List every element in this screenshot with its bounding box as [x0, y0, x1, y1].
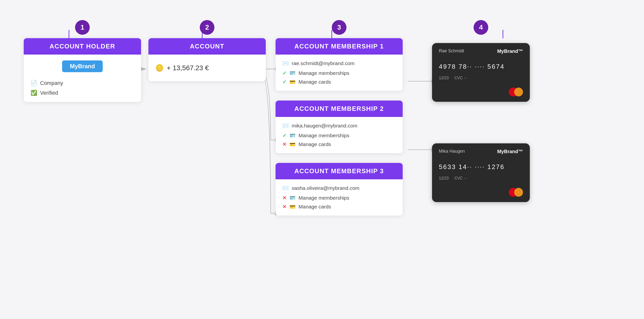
card-2-number: 5633 14·· ···· 1276	[439, 163, 523, 171]
step-3-number: 3	[332, 20, 346, 35]
cross-3a-icon: ✕	[282, 195, 286, 201]
membership-2-manage-memberships-label: Manage memberships	[298, 133, 350, 138]
mastercard-2-logo	[509, 188, 523, 197]
card-icon-3a: 🪪	[290, 195, 296, 201]
balance-row: 🪙 + 13,567.23 €	[155, 61, 259, 75]
membership-1-email-row: ✉️ rae.schmidt@mybrand.com	[282, 61, 396, 66]
card-1-number: 4978 78·· ···· 5674	[439, 63, 523, 71]
company-row: 📄 Company	[30, 80, 134, 86]
card-2-brand: MyBrand™	[497, 149, 523, 154]
membership-2-email-row: ✉️ mika.haugen@mybrand.com	[282, 123, 396, 129]
membership-3-title: ACCOUNT MEMBERSHIP 3	[276, 163, 403, 179]
card-1-brand: MyBrand™	[497, 49, 523, 54]
envelope-3-icon: ✉️	[282, 185, 289, 191]
step-1-number: 1	[75, 20, 90, 35]
mybrand-badge: MyBrand	[62, 61, 103, 72]
card-2-holder: Mika Haugen	[439, 149, 465, 154]
balance-value: + 13,567.23 €	[167, 64, 209, 72]
card-1-expiry: 12/23	[439, 76, 449, 80]
membership-3-card: ACCOUNT MEMBERSHIP 3 ✉️ sasha.oliveira@m…	[276, 163, 403, 215]
membership-1-title: ACCOUNT MEMBERSHIP 1	[276, 38, 403, 55]
membership-2-email: mika.haugen@mybrand.com	[292, 123, 358, 129]
membership-3-body: ✉️ sasha.oliveira@mybrand.com ✕ 🪪 Manage…	[276, 179, 403, 215]
company-label: Company	[40, 80, 63, 86]
mc-right-1	[514, 88, 523, 96]
card-2-footer: 12/23 CVC ···	[439, 176, 523, 181]
card-icon-2a: 🪪	[290, 133, 296, 138]
membership-2-body: ✉️ mika.haugen@mybrand.com ✓ 🪪 Manage me…	[276, 117, 403, 153]
cross-2b-icon: ✕	[282, 141, 286, 147]
membership-3-email-row: ✉️ sasha.oliveira@mybrand.com	[282, 185, 396, 191]
membership-1-email: rae.schmidt@mybrand.com	[292, 61, 354, 66]
coins-icon: 🪙	[155, 64, 164, 72]
membership-2-card: ACCOUNT MEMBERSHIP 2 ✉️ mika.haugen@mybr…	[276, 101, 403, 153]
document-icon: 📄	[30, 80, 37, 86]
step-4-number: 4	[474, 20, 488, 35]
membership-1-manage-cards-row: ✓ 💳 Manage cards	[282, 79, 396, 85]
account-holder-column: 1 ACCOUNT HOLDER MyBrand 📄 Company ✅ Ver…	[24, 20, 141, 102]
card-icon-1a: 🪪	[290, 70, 296, 76]
membership-3-permissions: ✕ 🪪 Manage memberships ✕ 💳 Manage cards	[282, 195, 396, 210]
membership-1-body: ✉️ rae.schmidt@mybrand.com ✓ 🪪 Manage me…	[276, 55, 403, 91]
cross-3b-icon: ✕	[282, 204, 286, 210]
verified-label: Verified	[40, 90, 58, 96]
membership-3-manage-cards-label: Manage cards	[298, 204, 331, 210]
mastercard-1-logo	[509, 88, 523, 96]
account-holder-card: ACCOUNT HOLDER MyBrand 📄 Company ✅ Verif…	[24, 38, 141, 102]
card-1-holder: Rae Schmidt	[439, 49, 464, 54]
envelope-1-icon: ✉️	[282, 61, 289, 66]
card-1-footer: 12/23 CVC ···	[439, 76, 523, 80]
membership-1-manage-memberships-row: ✓ 🪪 Manage memberships	[282, 70, 396, 76]
card-1: Rae Schmidt MyBrand™ 4978 78·· ···· 5674…	[432, 43, 530, 102]
mc-right-2	[514, 188, 523, 197]
account-body: 🪙 + 13,567.23 €	[148, 55, 266, 81]
membership-1-manage-memberships-label: Manage memberships	[298, 70, 350, 76]
membership-2-manage-cards-label: Manage cards	[298, 141, 331, 147]
card-2-cvc: CVC ···	[454, 176, 467, 181]
membership-2-permissions: ✓ 🪪 Manage memberships ✕ 💳 Manage cards	[282, 133, 396, 147]
membership-1-card: ACCOUNT MEMBERSHIP 1 ✉️ rae.schmidt@mybr…	[276, 38, 403, 91]
envelope-2-icon: ✉️	[282, 123, 289, 129]
verified-icon: ✅	[30, 90, 37, 96]
account-card: ACCOUNT 🪙 + 13,567.23 €	[148, 38, 266, 81]
membership-3-manage-cards-row: ✕ 💳 Manage cards	[282, 204, 396, 210]
membership-3-manage-memberships-label: Manage memberships	[298, 195, 350, 201]
card-1-cvc: CVC ···	[454, 76, 467, 80]
check-1a-icon: ✓	[282, 70, 286, 76]
membership-3-manage-memberships-row: ✕ 🪪 Manage memberships	[282, 195, 396, 201]
check-1b-icon: ✓	[282, 79, 286, 85]
card-2: Mika Haugen MyBrand™ 5633 14·· ···· 1276…	[432, 143, 530, 202]
cards-column: 4 Rae Schmidt MyBrand™ 4978 78·· ···· 56…	[432, 20, 530, 202]
membership-2-manage-cards-row: ✕ 💳 Manage cards	[282, 141, 396, 147]
membership-3-email: sasha.oliveira@mybrand.com	[292, 185, 360, 191]
membership-1-manage-cards-label: Manage cards	[298, 79, 331, 85]
account-holder-body: MyBrand 📄 Company ✅ Verified	[24, 55, 141, 102]
verified-row: ✅ Verified	[30, 90, 134, 96]
card-icon-1b: 💳	[290, 79, 296, 85]
membership-2-manage-memberships-row: ✓ 🪪 Manage memberships	[282, 133, 396, 138]
card-icon-3b: 💳	[290, 204, 296, 210]
account-title: ACCOUNT	[148, 38, 266, 55]
check-2a-icon: ✓	[282, 133, 286, 138]
step-2-number: 2	[200, 20, 214, 35]
diagram: 1 ACCOUNT HOLDER MyBrand 📄 Company ✅ Ver…	[16, 13, 628, 306]
membership-2-title: ACCOUNT MEMBERSHIP 2	[276, 101, 403, 117]
account-column: 2 ACCOUNT 🪙 + 13,567.23 €	[148, 20, 266, 81]
card-2-expiry: 12/23	[439, 176, 449, 181]
account-holder-title: ACCOUNT HOLDER	[24, 38, 141, 55]
memberships-column: 3 ACCOUNT MEMBERSHIP 1 ✉️ rae.schmidt@my…	[276, 20, 403, 215]
membership-1-permissions: ✓ 🪪 Manage memberships ✓ 💳 Manage cards	[282, 70, 396, 85]
card-icon-2b: 💳	[290, 141, 296, 147]
